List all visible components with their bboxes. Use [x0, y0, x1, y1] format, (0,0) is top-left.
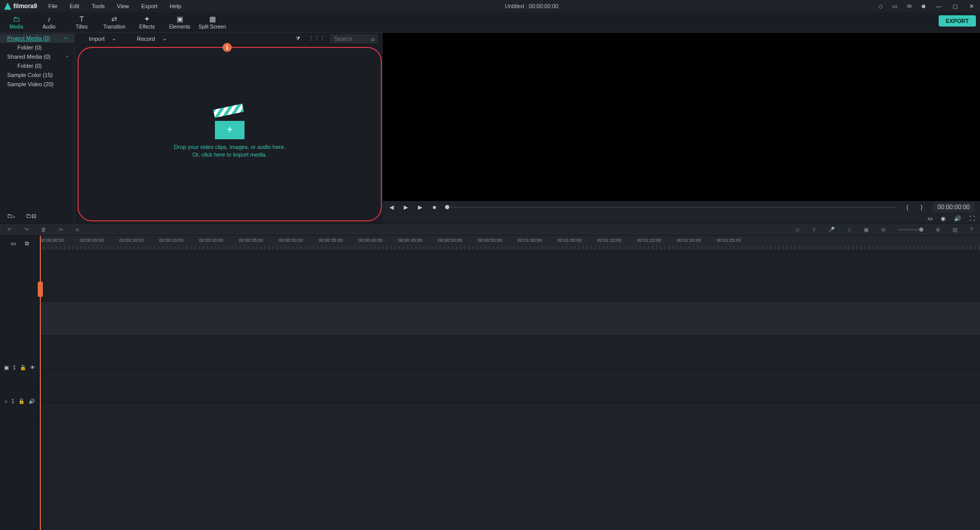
- video-track-row[interactable]: [40, 336, 980, 369]
- chevron-down-icon[interactable]: ›: [65, 38, 70, 39]
- sidebar-item-shared-media[interactable]: Shared Media (0) ›: [0, 52, 74, 61]
- maximize-button[interactable]: ▢: [950, 2, 960, 11]
- media-panel: Import ⌄ Record ⌄ ⧩ ⋮⋮⋮ ⌕ 1 + Drop your …: [74, 33, 383, 223]
- menu-tools[interactable]: Tools: [86, 1, 110, 11]
- sidebar-item-label: Folder (0): [17, 63, 42, 69]
- display-icon[interactable]: ▭: [927, 215, 933, 222]
- menu-help[interactable]: Help: [165, 1, 187, 11]
- lock-icon[interactable]: 🔓: [20, 365, 26, 370]
- track-row[interactable]: [40, 251, 980, 302]
- chevron-down-icon: ⌄: [112, 35, 116, 42]
- zoom-out-icon[interactable]: ⊖: [881, 226, 886, 233]
- tab-label: Titles: [76, 24, 88, 30]
- sidebar-item-sample-video[interactable]: Sample Video (20): [0, 80, 74, 89]
- stop-button[interactable]: ■: [431, 204, 438, 210]
- tab-transition[interactable]: ⇄ Transition: [98, 12, 131, 33]
- track-row[interactable]: [40, 302, 980, 336]
- sidebar-item-folder[interactable]: Folder (0): [0, 43, 74, 52]
- add-folder-icon[interactable]: 🗀₊: [7, 213, 16, 219]
- snapshot-icon[interactable]: ◉: [941, 215, 946, 222]
- zoom-slider[interactable]: [898, 229, 923, 231]
- tab-label: Transition: [103, 24, 126, 30]
- play-button[interactable]: ▶: [402, 204, 409, 211]
- crop-icon[interactable]: ▣: [864, 226, 869, 233]
- tab-titles[interactable]: T Titles: [65, 12, 98, 33]
- volume-icon[interactable]: 🔊: [954, 215, 961, 222]
- audio-track-header[interactable]: ♪ 1 🔓 🔊: [0, 385, 39, 418]
- user-icon[interactable]: ◇: [877, 3, 884, 10]
- auto-ripple-icon[interactable]: ▭: [11, 240, 16, 247]
- split-button[interactable]: ✂: [59, 226, 63, 233]
- preview-bottom-bar: ▭ ◉ 🔊 ⛶: [383, 213, 980, 223]
- text-icon: T: [80, 15, 84, 23]
- timeline-tracks[interactable]: 00:00:00:0000:00:05:0000:00:10:0000:00:1…: [40, 236, 980, 530]
- drop-instructions: Drop your video clips, images, or audio …: [174, 143, 285, 159]
- mark-out-icon[interactable]: }: [918, 204, 925, 210]
- filter-icon[interactable]: ⧩: [292, 34, 303, 43]
- timeline-left-gutter: ▭ ⧉ ▣ 1 🔓 👁 ♪ 1 🔓 🔊: [0, 236, 40, 530]
- audio-track-row[interactable]: [40, 369, 980, 403]
- render-icon[interactable]: ▷: [796, 226, 800, 233]
- mark-in-icon[interactable]: {: [904, 204, 911, 210]
- tab-split-screen[interactable]: ▦ Split Screen: [196, 12, 229, 33]
- tab-elements[interactable]: ▣ Elements: [163, 12, 196, 33]
- menu-edit[interactable]: Edit: [64, 1, 84, 11]
- fullscreen-icon[interactable]: ⛶: [969, 215, 975, 221]
- folder-tree-icon[interactable]: 🗀⊟: [26, 213, 36, 219]
- record-button[interactable]: Record ⌄: [128, 34, 176, 43]
- menu-export[interactable]: Export: [136, 1, 163, 11]
- help-icon[interactable]: ?: [970, 226, 973, 233]
- redo-button[interactable]: ↷: [24, 226, 29, 233]
- export-button[interactable]: EXPORT: [939, 15, 976, 27]
- next-frame-button[interactable]: ▶: [416, 204, 424, 211]
- mail-icon[interactable]: ✉: [905, 3, 913, 10]
- edit-tools-icon[interactable]: ≡: [76, 226, 79, 233]
- tab-effects[interactable]: ✦ Effects: [131, 12, 163, 33]
- chevron-down-icon: ⌄: [162, 35, 167, 42]
- timeline-toolbar: ↶ ↷ 🗑 ✂ ≡ ▷ ◊ 🎤 ♫ ▣ ⊖ ⊕ ▥ ?: [0, 223, 980, 236]
- sidebar-item-sample-color[interactable]: Sample Color (15): [0, 70, 74, 80]
- preview-controls: ◀ ▶ ▶ ■ { } 00:00:00:00: [383, 201, 980, 213]
- import-button[interactable]: Import ⌄: [80, 34, 126, 43]
- close-button[interactable]: ✕: [967, 2, 976, 11]
- search-icon[interactable]: ⌕: [371, 36, 375, 42]
- ruler-mark: 00:00:40:00: [358, 238, 383, 243]
- audio-mixer-icon[interactable]: ♫: [847, 226, 851, 233]
- chevron-down-icon[interactable]: ›: [65, 56, 70, 58]
- notification-icon[interactable]: ▭: [891, 3, 898, 10]
- mic-icon[interactable]: ⏺: [920, 3, 927, 10]
- lock-icon[interactable]: 🔓: [18, 398, 24, 404]
- timeline-ruler[interactable]: 00:00:00:0000:00:05:0000:00:10:0000:00:1…: [40, 236, 980, 251]
- ruler-mark: 00:00:30:00: [279, 238, 303, 243]
- marker-icon[interactable]: ◊: [813, 226, 815, 233]
- sidebar-item-folder[interactable]: Folder (0): [0, 61, 74, 70]
- sidebar-item-project-media[interactable]: Project Media (0) ›: [0, 34, 74, 43]
- video-track-header[interactable]: ▣ 1 🔓 👁: [0, 351, 39, 385]
- delete-button[interactable]: 🗑: [41, 226, 46, 233]
- preview-scrubber[interactable]: [445, 207, 897, 208]
- tab-audio[interactable]: ♪ Audio: [33, 12, 65, 33]
- timeline: ▭ ⧉ ▣ 1 🔓 👁 ♪ 1 🔓 🔊 00:00:00:0000:00:05:…: [0, 236, 980, 530]
- main-toolbar: 🗀 Media ♪ Audio T Titles ⇄ Transition ✦ …: [0, 12, 980, 33]
- mute-icon[interactable]: 🔊: [29, 398, 35, 404]
- tab-media[interactable]: 🗀 Media: [0, 12, 33, 33]
- eye-icon[interactable]: 👁: [30, 365, 35, 370]
- undo-button[interactable]: ↶: [7, 226, 12, 233]
- minimize-button[interactable]: —: [934, 2, 943, 11]
- ruler-mark: 00:00:15:00: [159, 238, 184, 243]
- zoom-in-icon[interactable]: ⊕: [936, 226, 940, 233]
- ruler-mark: 00:01:25:00: [717, 238, 741, 243]
- search-input[interactable]: [330, 34, 371, 43]
- audio-track-icon: ♪: [5, 398, 7, 404]
- zoom-fit-icon[interactable]: ▥: [952, 226, 958, 233]
- grid-view-icon[interactable]: ⋮⋮⋮: [305, 34, 328, 43]
- logo-icon: [4, 3, 11, 10]
- record-label: Record: [137, 36, 155, 42]
- prev-frame-button[interactable]: ◀: [388, 204, 395, 211]
- playhead[interactable]: [40, 236, 41, 530]
- menu-file[interactable]: File: [43, 1, 63, 11]
- link-icon[interactable]: ⧉: [25, 240, 29, 247]
- media-drop-zone[interactable]: 1 + Drop your video clips, images, or au…: [78, 47, 382, 221]
- voiceover-icon[interactable]: 🎤: [828, 226, 835, 233]
- menu-view[interactable]: View: [112, 1, 134, 11]
